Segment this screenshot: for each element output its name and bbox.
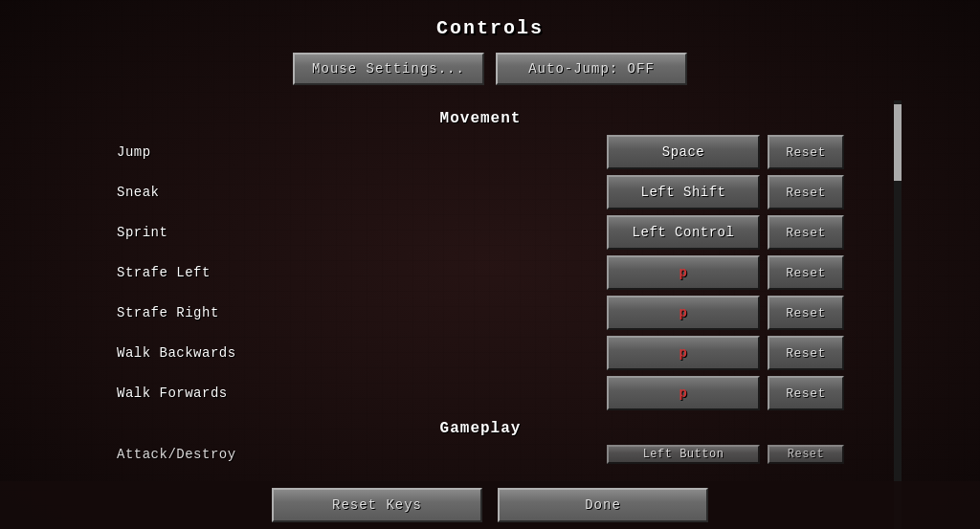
scrollbar-thumb[interactable] (894, 104, 902, 181)
key-binding-button[interactable]: p (607, 255, 760, 290)
key-binding-button[interactable]: p (607, 296, 760, 330)
scrollbar-track[interactable] (894, 100, 902, 529)
key-binding-button[interactable]: p (607, 336, 760, 370)
main-container: Controls Mouse Settings... Auto-Jump: OF… (0, 0, 980, 529)
reset-button[interactable]: Reset (768, 336, 844, 370)
done-button[interactable]: Done (498, 488, 708, 522)
control-row: Jump Space Reset (78, 135, 882, 169)
top-buttons-bar: Mouse Settings... Auto-Jump: OFF (293, 53, 687, 85)
bottom-bar: Reset Keys Done (0, 481, 980, 529)
control-row: Strafe Right p Reset (78, 296, 882, 330)
control-label: Sneak (117, 185, 607, 200)
control-row: Strafe Left p Reset (78, 255, 882, 290)
reset-button[interactable]: Reset (768, 445, 844, 464)
control-row: Walk Backwards p Reset (78, 336, 882, 370)
control-label: Sprint (117, 225, 607, 240)
reset-keys-button[interactable]: Reset Keys (272, 488, 482, 522)
control-row: Attack/Destroy Left Button Reset (78, 445, 882, 464)
key-binding-button[interactable]: Space (607, 135, 760, 169)
reset-button[interactable]: Reset (768, 255, 844, 290)
reset-button[interactable]: Reset (768, 296, 844, 330)
movement-section: Movement Jump Space Reset Sneak Left Shi… (78, 110, 882, 410)
reset-button[interactable]: Reset (768, 376, 844, 410)
control-label: Jump (117, 144, 607, 160)
control-label: Strafe Left (117, 265, 607, 280)
control-label: Walk Forwards (117, 386, 607, 401)
settings-panel: Movement Jump Space Reset Sneak Left Shi… (78, 100, 890, 529)
mouse-settings-button[interactable]: Mouse Settings... (293, 53, 484, 85)
reset-button[interactable]: Reset (768, 175, 844, 209)
reset-button[interactable]: Reset (768, 135, 844, 169)
gameplay-section: Gameplay Attack/Destroy Left Button Rese… (78, 420, 882, 464)
gameplay-section-title: Gameplay (78, 420, 882, 437)
page-title: Controls (436, 17, 544, 39)
reset-button[interactable]: Reset (768, 215, 844, 250)
movement-section-title: Movement (78, 110, 882, 127)
auto-jump-button[interactable]: Auto-Jump: OFF (496, 53, 687, 85)
content-area: Movement Jump Space Reset Sneak Left Shi… (78, 100, 902, 529)
control-label: Attack/Destroy (117, 447, 607, 462)
control-label: Walk Backwards (117, 345, 607, 361)
control-label: Strafe Right (117, 305, 607, 320)
control-row: Sneak Left Shift Reset (78, 175, 882, 209)
key-binding-button[interactable]: p (607, 376, 760, 410)
key-binding-button[interactable]: Left Button (607, 445, 760, 464)
key-binding-button[interactable]: Left Shift (607, 175, 760, 209)
control-row: Walk Forwards p Reset (78, 376, 882, 410)
control-row: Sprint Left Control Reset (78, 215, 882, 250)
key-binding-button[interactable]: Left Control (607, 215, 760, 250)
